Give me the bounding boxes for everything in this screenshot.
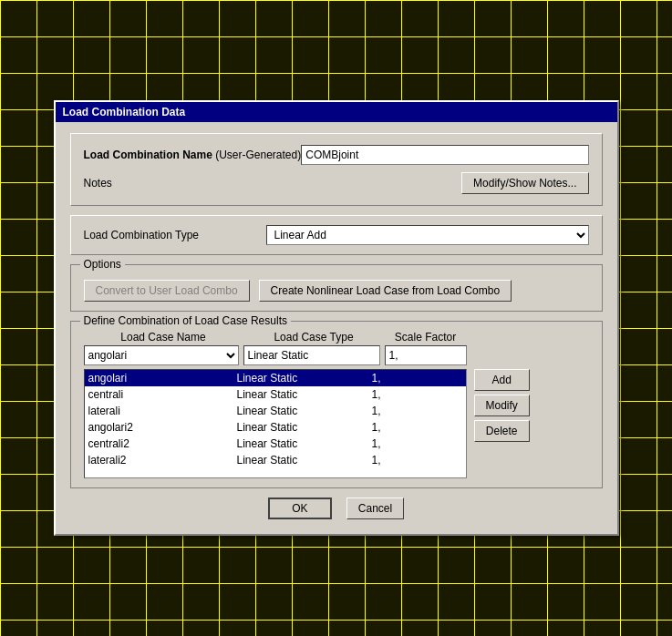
list-item-type: Linear Static xyxy=(233,370,368,386)
footer-buttons: OK Cancel xyxy=(70,498,603,519)
list-item-scale: 1, xyxy=(368,419,441,436)
list-item-scale: 1, xyxy=(368,386,441,403)
modify-button[interactable]: Modify xyxy=(474,395,530,416)
table-row[interactable]: laterali Linear Static 1, xyxy=(85,403,466,419)
load-combination-dialog: Load Combination Data Load Combination N… xyxy=(54,100,619,536)
list-item-name: angolari xyxy=(85,370,233,386)
list-item-name: angolari2 xyxy=(85,419,233,436)
list-item-scale: 1, xyxy=(368,370,441,386)
table-row[interactable]: angolari Linear Static 1, xyxy=(85,370,466,386)
list-item-type: Linear Static xyxy=(233,403,368,419)
combo-name-label: Load Combination Name (User-Generated) xyxy=(84,149,302,161)
list-item-name: laterali xyxy=(85,403,233,419)
delete-button[interactable]: Delete xyxy=(474,420,530,442)
options-section: Options Convert to User Load Combo Creat… xyxy=(70,264,603,312)
list-item-type: Linear Static xyxy=(233,436,368,452)
list-item-scale: 1, xyxy=(368,452,441,468)
list-item-type: Linear Static xyxy=(233,452,368,468)
col-header-scale: Scale Factor xyxy=(385,331,467,344)
list-item-scale: 1, xyxy=(368,403,441,419)
combo-name-input[interactable] xyxy=(301,145,588,165)
list-item-name: laterali2 xyxy=(85,452,233,468)
table-row[interactable]: laterali2 Linear Static 1, xyxy=(85,452,466,468)
col-header-name: Load Case Name xyxy=(84,331,243,344)
notes-label: Notes xyxy=(84,177,157,190)
list-item-name: centrali xyxy=(85,386,233,403)
table-row[interactable]: angolari2 Linear Static 1, xyxy=(85,419,466,436)
convert-button[interactable]: Convert to User Load Combo xyxy=(84,280,250,302)
table-row[interactable]: centrali Linear Static 1, xyxy=(85,386,466,403)
add-button[interactable]: Add xyxy=(474,369,530,391)
dialog-body: Load Combination Name (User-Generated) N… xyxy=(56,122,617,534)
combo-type-label: Load Combination Type xyxy=(84,229,266,241)
load-case-scale-input[interactable] xyxy=(385,345,467,365)
load-case-list[interactable]: angolari Linear Static 1, centrali Linea… xyxy=(84,369,467,478)
define-section: Define Combination of Load Case Results … xyxy=(70,321,603,488)
list-item-name: centrali2 xyxy=(85,436,233,452)
create-nonlinear-button[interactable]: Create Nonlinear Load Case from Load Com… xyxy=(259,280,512,302)
combo-row-inputs: angolari xyxy=(84,345,589,365)
define-legend: Define Combination of Load Case Results xyxy=(80,314,291,327)
options-legend: Options xyxy=(80,258,125,271)
table-row[interactable]: centrali2 Linear Static 1, xyxy=(85,436,466,452)
combo-name-section: Load Combination Name (User-Generated) N… xyxy=(70,133,603,206)
load-case-type-input[interactable] xyxy=(243,345,380,365)
list-item-scale: 1, xyxy=(368,436,441,452)
modify-notes-button[interactable]: Modify/Show Notes... xyxy=(461,172,588,194)
ok-button[interactable]: OK xyxy=(268,498,332,519)
load-case-name-select[interactable]: angolari xyxy=(84,345,239,365)
list-actions: Add Modify Delete xyxy=(474,369,530,478)
cancel-button[interactable]: Cancel xyxy=(346,498,404,519)
col-header-type: Load Case Type xyxy=(243,331,385,344)
list-item-type: Linear Static xyxy=(233,386,368,403)
list-container: angolari Linear Static 1, centrali Linea… xyxy=(84,369,589,478)
combo-type-section: Load Combination Type Linear Add xyxy=(70,215,603,255)
list-item-type: Linear Static xyxy=(233,419,368,436)
table-header: Load Case Name Load Case Type Scale Fact… xyxy=(84,331,589,344)
dialog-title: Load Combination Data xyxy=(56,102,617,122)
combo-type-select[interactable]: Linear Add xyxy=(266,225,589,245)
